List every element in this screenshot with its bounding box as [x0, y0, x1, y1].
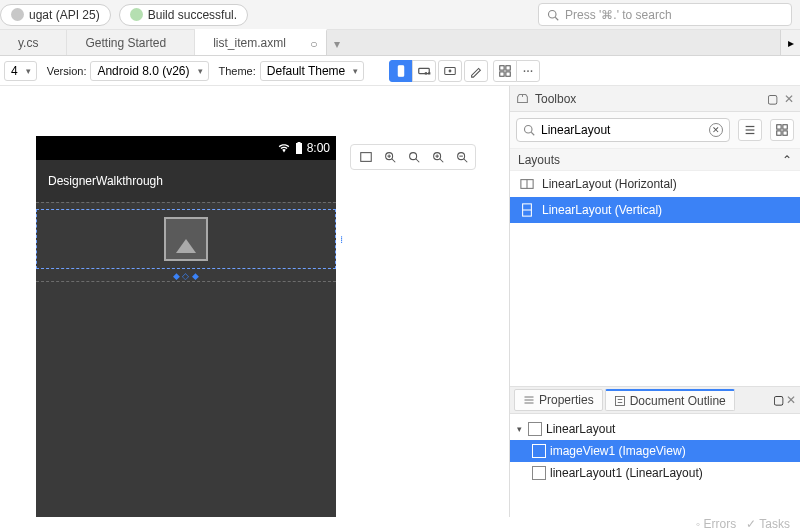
layout-vertical-icon — [520, 203, 534, 217]
theme-combo[interactable]: Default Theme — [260, 61, 365, 81]
tab-file-0[interactable]: y.cs — [0, 30, 67, 55]
device-preview[interactable]: 8:00 DesignerWalkthrough ⁞ ◆ ◇ ◆ — [36, 136, 336, 519]
zoom-in-button[interactable] — [428, 148, 448, 166]
svg-rect-8 — [506, 65, 510, 69]
svg-rect-2 — [399, 65, 404, 76]
preview-app-title: DesignerWalkthrough — [48, 174, 163, 188]
panel-dock-button[interactable]: ▢ — [773, 393, 784, 407]
svg-rect-38 — [783, 131, 787, 135]
panel-close-button[interactable]: ✕ — [784, 92, 794, 106]
panel-close-button[interactable]: ✕ — [786, 393, 796, 407]
svg-rect-10 — [506, 71, 510, 75]
global-search-input[interactable]: Press '⌘.' to search — [538, 3, 792, 26]
tab-document-outline[interactable]: Document Outline — [605, 389, 735, 411]
footer-tasks[interactable]: ✓ Tasks — [746, 517, 790, 531]
tab-properties[interactable]: Properties — [514, 389, 603, 411]
tab-list-item-axml[interactable]: list_item.axml ○ ▾ — [195, 29, 327, 55]
toolbox-category-layouts[interactable]: Layouts ⌃ — [510, 149, 800, 171]
toolbox-grid-view-button[interactable] — [770, 119, 794, 141]
svg-point-12 — [527, 70, 529, 72]
svg-point-6 — [449, 70, 451, 72]
svg-line-18 — [392, 159, 396, 163]
toolbox-item-label: LinearLayout (Horizontal) — [542, 177, 677, 191]
category-label: Layouts — [518, 153, 560, 167]
svg-line-24 — [440, 159, 444, 163]
clear-search-button[interactable]: ✕ — [709, 123, 723, 137]
preview-app-bar: DesignerWalkthrough — [36, 160, 336, 202]
svg-text:…: … — [424, 64, 431, 76]
battery-icon — [295, 142, 303, 154]
resize-handle-icon[interactable]: ⁞ — [340, 234, 343, 245]
version-label: Version: — [43, 65, 87, 77]
theme-label: Theme: — [215, 65, 256, 77]
svg-rect-14 — [296, 143, 302, 154]
svg-line-31 — [531, 132, 534, 135]
device-clock: 8:00 — [307, 141, 330, 155]
tab-label: y.cs — [18, 36, 38, 50]
global-search-placeholder: Press '⌘.' to search — [565, 8, 672, 22]
document-outline-tree: ▾ LinearLayout imageView1 (ImageView) li… — [510, 414, 800, 519]
tab-menu-icon[interactable]: ▾ — [334, 37, 340, 51]
toolbox-item-linearlayout-horizontal[interactable]: LinearLayout (Horizontal) — [510, 171, 800, 197]
tab-label: Getting Started — [85, 36, 166, 50]
svg-point-13 — [531, 70, 533, 72]
edit-button[interactable] — [464, 60, 488, 82]
svg-rect-35 — [777, 125, 781, 129]
svg-point-21 — [410, 153, 417, 160]
tree-expand-icon[interactable]: ▾ — [514, 424, 524, 434]
zoom-100-button[interactable] — [404, 148, 424, 166]
orientation-portrait-button[interactable] — [389, 60, 413, 82]
tree-node-imageview1[interactable]: imageView1 (ImageView) — [510, 440, 800, 462]
svg-rect-7 — [500, 65, 504, 69]
svg-point-30 — [525, 126, 533, 134]
footer-status-bar: ◦ Errors ✓ Tasks — [0, 517, 800, 531]
preview-selected-imageview[interactable]: ⁞ — [36, 209, 336, 269]
tab-overflow-button[interactable]: ▸ — [780, 30, 800, 55]
svg-rect-9 — [500, 71, 504, 75]
tree-node-linearlayout1[interactable]: linearLayout1 (LinearLayout) — [510, 462, 800, 484]
version-combo[interactable]: Android 8.0 (v26) — [90, 61, 208, 81]
api-level-value: 4 — [11, 64, 18, 78]
properties-icon — [523, 394, 535, 406]
orientation-landscape-button[interactable]: … — [412, 60, 436, 82]
svg-point-11 — [524, 70, 526, 72]
status-dot-green-icon — [130, 8, 143, 21]
toolbox-icon — [516, 92, 529, 105]
toolbox-search-input[interactable]: ✕ — [516, 118, 730, 142]
toolbox-item-linearlayout-vertical[interactable]: LinearLayout (Vertical) — [510, 197, 800, 223]
wifi-icon — [277, 142, 291, 154]
collapse-category-icon[interactable]: ⌃ — [782, 153, 792, 167]
panel-dock-button[interactable]: ▢ — [767, 92, 778, 106]
tab-close-icon[interactable]: ○ — [308, 38, 320, 50]
zoom-fit-button[interactable] — [380, 148, 400, 166]
tree-root-label: LinearLayout — [546, 422, 615, 436]
api-level-combo[interactable]: 4 — [4, 61, 37, 81]
device-api-pill[interactable]: ugat (API 25) — [0, 4, 111, 26]
svg-rect-46 — [615, 396, 624, 405]
svg-rect-15 — [297, 142, 300, 143]
device-frame-button[interactable] — [438, 60, 462, 82]
svg-rect-16 — [361, 153, 372, 162]
layout-node-icon — [532, 466, 546, 480]
theme-value: Default Theme — [267, 64, 346, 78]
designer-surface[interactable]: 8:00 DesignerWalkthrough ⁞ ◆ ◇ ◆ — [0, 86, 510, 519]
tab-getting-started[interactable]: Getting Started — [67, 30, 195, 55]
device-api-label: ugat (API 25) — [29, 8, 100, 22]
layout-grid-button[interactable] — [493, 60, 517, 82]
outline-icon — [614, 395, 626, 407]
fit-screen-button[interactable] — [356, 148, 376, 166]
svg-rect-5 — [445, 67, 456, 74]
build-status-pill[interactable]: Build successful. — [119, 4, 248, 26]
outline-panel-tabs: Properties Document Outline ▢ ✕ — [510, 386, 800, 414]
zoom-out-button[interactable] — [452, 148, 472, 166]
toolbox-title: Toolbox — [535, 92, 576, 106]
tree-root-linearlayout[interactable]: ▾ LinearLayout — [510, 418, 800, 440]
footer-errors[interactable]: ◦ Errors — [696, 517, 736, 531]
tree-node-label: imageView1 (ImageView) — [550, 444, 686, 458]
image-node-icon — [532, 444, 546, 458]
layout-more-button[interactable] — [516, 60, 540, 82]
toolbox-list-view-button[interactable] — [738, 119, 762, 141]
layout-node-icon — [528, 422, 542, 436]
svg-line-22 — [416, 159, 420, 163]
toolbox-search-value[interactable] — [541, 123, 703, 137]
